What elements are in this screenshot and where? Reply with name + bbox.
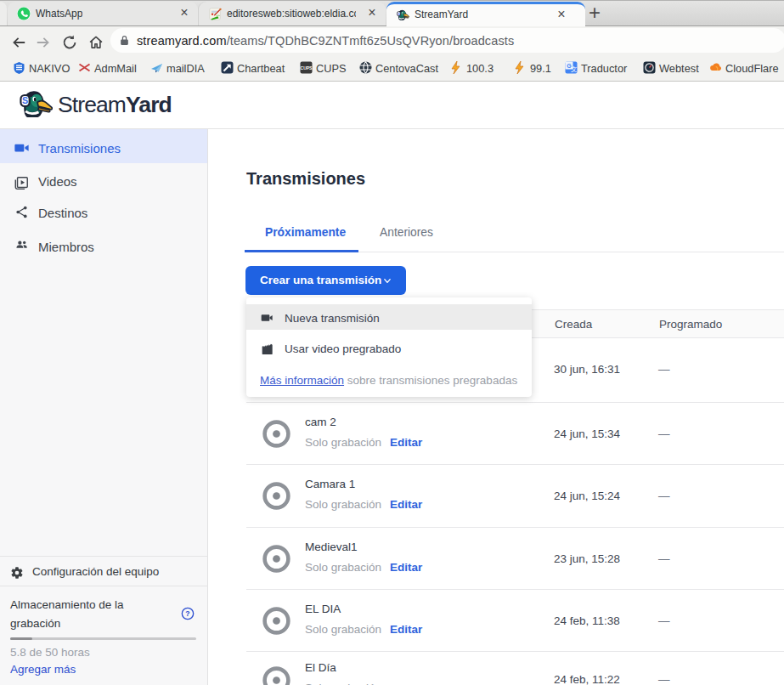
svg-text:文: 文 (571, 65, 578, 73)
svg-text:CUPS: CUPS (301, 65, 313, 71)
svg-text:S: S (398, 12, 400, 16)
svg-text:?: ? (185, 609, 189, 618)
svg-text:S: S (22, 96, 28, 106)
